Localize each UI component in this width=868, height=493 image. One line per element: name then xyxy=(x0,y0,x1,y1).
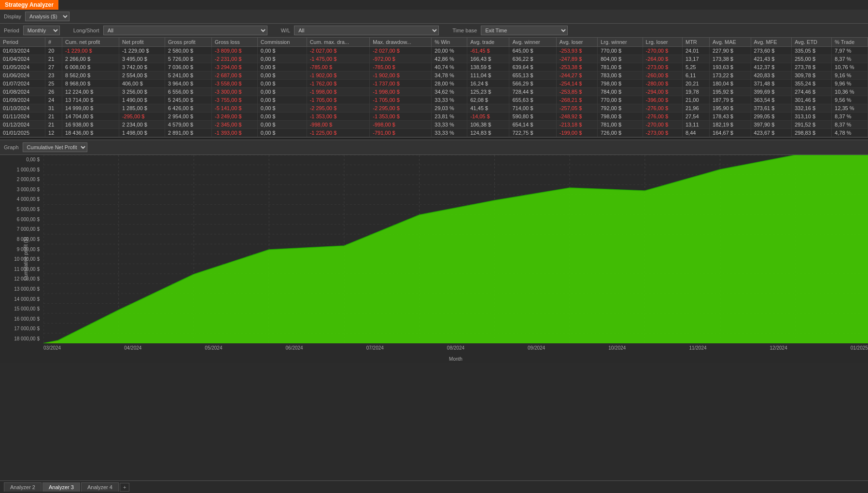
table-cell: 0,00 $ xyxy=(257,47,307,55)
table-cell: 7 036,00 $ xyxy=(165,63,212,71)
table-cell: 355,24 $ xyxy=(792,80,832,88)
table-cell: -1 762,00 $ xyxy=(307,80,370,88)
table-cell: -280,00 $ xyxy=(643,80,682,88)
period-select[interactable]: Monthly Daily Weekly Quarterly Yearly xyxy=(23,26,60,35)
table-cell: 12 224,00 $ xyxy=(62,88,119,96)
table-cell: 0,00 $ xyxy=(257,63,307,71)
y-axis-tick: 3 000,00 $ xyxy=(0,187,42,192)
table-cell: 14 704,00 $ xyxy=(62,113,119,121)
table-cell: 8,44 xyxy=(682,129,709,137)
table-cell: 24,01 xyxy=(682,47,709,55)
table-cell: 363,54 $ xyxy=(751,96,792,104)
tab-add-button[interactable]: + xyxy=(120,483,129,492)
table-cell: 804,00 $ xyxy=(598,55,643,63)
col-pct-win: % Win xyxy=(432,38,467,47)
table-cell: -3 300,00 $ xyxy=(211,88,257,96)
table-cell: 298,83 $ xyxy=(792,129,832,137)
table-cell: 24 xyxy=(45,96,62,104)
table-cell: 18 436,00 $ xyxy=(62,129,119,137)
wl-select[interactable]: All Winners Losers xyxy=(294,26,439,35)
table-cell: 111,04 $ xyxy=(467,71,509,80)
graph-header: Graph Cumulative Net Profit Net Profit %… xyxy=(0,140,868,155)
period-label: Period xyxy=(4,28,19,33)
table-cell: 21 xyxy=(45,113,62,121)
table-cell: -260,00 $ xyxy=(643,71,682,80)
table-cell: 255,00 $ xyxy=(792,55,832,63)
table-row: 01/01/20251218 436,00 $1 498,00 $2 891,0… xyxy=(0,129,868,137)
tab-analyzer-3[interactable]: Analyzer 3 xyxy=(42,482,80,492)
table-cell: 0,00 $ xyxy=(257,55,307,63)
table-cell: -1 737,00 $ xyxy=(370,80,432,88)
col-avg-mfe: Avg. MFE xyxy=(751,38,792,47)
table-cell: 34,78 % xyxy=(432,71,467,80)
table-cell: 23 xyxy=(45,71,62,80)
table-cell: 5 245,00 $ xyxy=(165,96,212,104)
col-gross-profit: Gross profit xyxy=(165,38,212,47)
table-cell: -276,00 $ xyxy=(643,104,682,113)
table-cell: 423,67 $ xyxy=(751,129,792,137)
table-cell: 2 554,00 $ xyxy=(119,71,165,80)
table-cell: 21 xyxy=(45,55,62,63)
tab-analyzer-4[interactable]: Analyzer 4 xyxy=(81,482,119,492)
table-row: 01/12/20242116 938,00 $2 234,00 $4 579,0… xyxy=(0,121,868,129)
table-cell: -253,38 $ xyxy=(556,63,597,71)
timebase-label: Time base xyxy=(452,28,477,33)
table-cell: 0,00 $ xyxy=(257,80,307,88)
table-cell: -972,00 $ xyxy=(370,55,432,63)
table-cell: 21 xyxy=(45,121,62,129)
table-cell: 13,11 xyxy=(682,121,709,129)
table-cell: -1 229,00 $ xyxy=(119,47,165,55)
table-cell: -1 705,00 $ xyxy=(370,96,432,104)
chart-green-area xyxy=(43,155,868,343)
table-cell: 645,00 $ xyxy=(509,47,556,55)
timebase-select[interactable]: Exit Time Entry Time xyxy=(481,26,568,35)
table-cell: -1 902,00 $ xyxy=(307,71,370,80)
table-cell: -270,00 $ xyxy=(643,121,682,129)
table-cell: 2 266,00 $ xyxy=(62,55,119,63)
table-cell: 273,78 $ xyxy=(792,63,832,71)
tab-analyzer-2[interactable]: Analyzer 2 xyxy=(4,482,42,492)
table-cell: 27 xyxy=(45,63,62,71)
display-select[interactable]: Analysis ($) Analysis (%) Points xyxy=(25,12,70,21)
x-axis-tick: 06/2024 xyxy=(286,345,303,351)
table-cell: 655,63 $ xyxy=(509,96,556,104)
table-cell: 0,00 $ xyxy=(257,96,307,104)
table-cell: -3 809,00 $ xyxy=(211,47,257,55)
strategy-header: Strategy Analyzer xyxy=(0,0,868,10)
col-period: Period xyxy=(0,38,45,47)
table-cell: 770,00 $ xyxy=(598,47,643,55)
y-axis-tick: 8 000,00 $ xyxy=(0,237,42,242)
table-cell: 406,00 $ xyxy=(119,80,165,88)
table-cell: 3 742,00 $ xyxy=(119,63,165,71)
table-cell: -2 027,00 $ xyxy=(370,47,432,55)
table-row: 01/10/20243114 999,00 $1 285,00 $6 426,0… xyxy=(0,104,868,113)
display-label: Display xyxy=(4,14,21,19)
table-cell: 309,78 $ xyxy=(792,71,832,80)
table-cell: 6 556,00 $ xyxy=(165,88,212,96)
table-cell: -1 393,00 $ xyxy=(211,129,257,137)
table-cell: -1 998,00 $ xyxy=(370,88,432,96)
table-cell: -276,00 $ xyxy=(643,113,682,121)
x-axis-tick: 08/2024 xyxy=(447,345,464,351)
table-cell: 166,43 $ xyxy=(467,55,509,63)
longshort-select[interactable]: All Long Short xyxy=(103,26,267,35)
table-cell: 62,08 $ xyxy=(467,96,509,104)
table-cell: 0,00 $ xyxy=(257,121,307,129)
chart-svg xyxy=(43,155,868,343)
table-cell: -1 229,00 $ xyxy=(62,47,119,55)
table-cell: -253,93 $ xyxy=(556,47,597,55)
table-cell: 301,46 $ xyxy=(792,96,832,104)
table-cell: -3 558,00 $ xyxy=(211,80,257,88)
table-cell: 654,14 $ xyxy=(509,121,556,129)
graph-type-select[interactable]: Cumulative Net Profit Net Profit % Win A… xyxy=(23,142,87,152)
table-cell: 01/07/2024 xyxy=(0,80,45,88)
table-cell: 21,00 xyxy=(682,96,709,104)
y-axis-tick: 5 000,00 $ xyxy=(0,207,42,212)
col-avg-loser: Avg. loser xyxy=(556,38,597,47)
col-cum-max-dd: Cum. max. dra... xyxy=(307,38,370,47)
table-cell: 0,00 $ xyxy=(257,104,307,113)
table-row: 01/03/202420-1 229,00 $-1 229,00 $2 580,… xyxy=(0,47,868,55)
y-axis-tick: 9 000,00 $ xyxy=(0,247,42,252)
wl-label: W/L xyxy=(281,28,291,33)
longshort-label: Long/Short xyxy=(73,28,99,33)
